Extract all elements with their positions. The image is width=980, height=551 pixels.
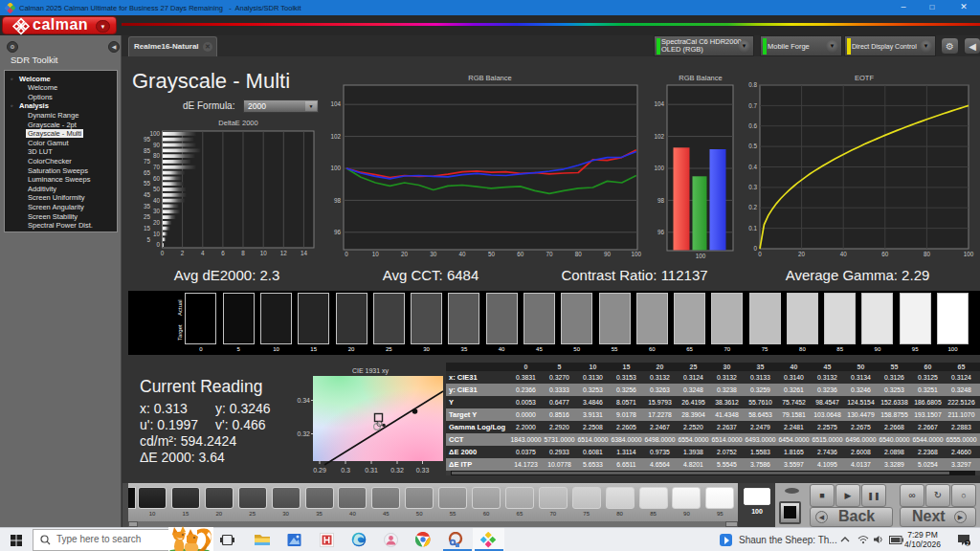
svg-text:0.32: 0.32 bbox=[297, 430, 310, 437]
svg-text:0.29: 0.29 bbox=[313, 467, 326, 474]
svg-text:0.32: 0.32 bbox=[390, 467, 404, 474]
svg-text:0.34: 0.34 bbox=[297, 397, 310, 404]
svg-text:0.3: 0.3 bbox=[341, 467, 350, 474]
svg-text:0.33: 0.33 bbox=[416, 467, 430, 474]
svg-text:2: 2 bbox=[966, 540, 969, 546]
svg-text:0.31: 0.31 bbox=[365, 467, 378, 474]
svg-text:CIE 1931 xy: CIE 1931 xy bbox=[352, 367, 390, 375]
